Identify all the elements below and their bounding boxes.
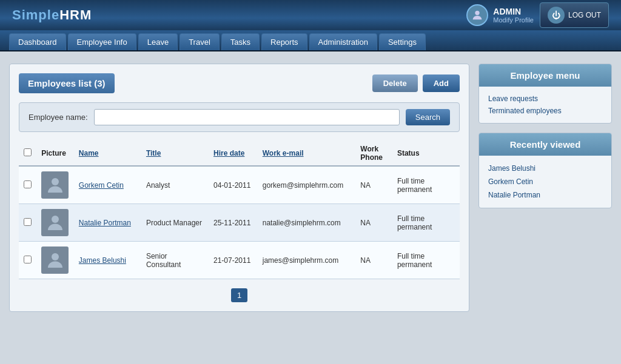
- row-checkbox-cell: [19, 242, 36, 279]
- user-icon: [471, 8, 484, 22]
- row-checkbox-1[interactable]: [24, 218, 32, 226]
- page-1-button[interactable]: 1: [231, 288, 247, 302]
- row-phone-cell: NA: [355, 204, 392, 242]
- header-right: ADMIN Modify Profile ⏻ LOG OUT: [466, 2, 609, 28]
- admin-modify-profile-link[interactable]: Modify Profile: [493, 16, 534, 24]
- row-picture-cell: [36, 166, 74, 204]
- search-input[interactable]: [94, 109, 400, 125]
- svg-point-1: [52, 178, 59, 185]
- tab-settings[interactable]: Settings: [379, 33, 426, 50]
- row-title-cell: Senior Consultant: [141, 242, 209, 279]
- row-name-cell: James Belushi: [74, 242, 141, 279]
- recently-viewed-item-2[interactable]: Natalie Portman: [488, 188, 602, 202]
- row-name-cell: Gorkem Cetin: [74, 166, 141, 204]
- employee-menu-title: Employee menu: [479, 64, 611, 87]
- row-status-cell: Full time permanent: [392, 204, 460, 242]
- col-header-title: Title: [141, 141, 209, 166]
- employee-avatar: [41, 209, 69, 236]
- select-all-checkbox[interactable]: [24, 148, 32, 156]
- row-email-cell: natalie@simplehrm.com: [258, 204, 356, 242]
- tab-dashboard[interactable]: Dashboard: [9, 33, 66, 50]
- recently-viewed-item-1[interactable]: Gorkem Cetin: [488, 175, 602, 188]
- search-button[interactable]: Search: [406, 109, 450, 125]
- leave-requests-link[interactable]: Leave requests: [488, 93, 602, 105]
- avatar: [466, 4, 488, 26]
- svg-point-0: [475, 11, 480, 15]
- recently-viewed-title: Recently viewed: [479, 133, 611, 156]
- employees-list-title: Employees list (3): [19, 73, 115, 93]
- employee-menu-content: Leave requests Terminated employees: [479, 87, 611, 123]
- row-name-cell: Natalie Portman: [74, 204, 141, 242]
- tab-leave[interactable]: Leave: [138, 33, 178, 50]
- tab-administration[interactable]: Administration: [309, 33, 377, 50]
- employees-list-panel: Employees list (3) Delete Add Employee n…: [9, 64, 469, 312]
- search-bar: Employee name: Search: [19, 102, 460, 132]
- row-checkbox-cell: [19, 204, 36, 242]
- logo: SimpleHRM: [12, 7, 92, 23]
- row-phone-cell: NA: [355, 166, 392, 204]
- row-title-cell: Product Manager: [141, 204, 209, 242]
- tab-reports[interactable]: Reports: [261, 33, 307, 50]
- col-header-hire-date: Hire date: [209, 141, 258, 166]
- terminated-employees-link[interactable]: Terminated employees: [488, 105, 602, 117]
- employee-avatar: [41, 171, 69, 199]
- employee-table: Picture Name Title Hire date Work e-mail…: [19, 141, 460, 279]
- main-content: Employees list (3) Delete Add Employee n…: [0, 51, 621, 324]
- recently-viewed-item-0[interactable]: James Belushi: [488, 162, 602, 175]
- col-header-picture: Picture: [36, 141, 74, 166]
- table-row: Natalie PortmanProduct Manager25-11-2011…: [19, 204, 460, 242]
- tab-travel[interactable]: Travel: [180, 33, 220, 50]
- employee-name-link[interactable]: James Belushi: [79, 256, 126, 265]
- col-header-status: Status: [392, 141, 460, 166]
- col-header-email: Work e-mail: [258, 141, 356, 166]
- employee-menu-box: Employee menu Leave requests Terminated …: [478, 64, 612, 124]
- row-checkbox-0[interactable]: [24, 180, 32, 188]
- recently-viewed-box: Recently viewed James Belushi Gorkem Cet…: [478, 133, 612, 208]
- recently-viewed-content: James Belushi Gorkem Cetin Natalie Portm…: [479, 156, 611, 208]
- tab-tasks[interactable]: Tasks: [221, 33, 260, 50]
- logout-icon: ⏻: [548, 7, 565, 24]
- admin-name: ADMIN: [493, 7, 534, 16]
- table-row: Gorkem CetinAnalyst04-01-2011gorkem@simp…: [19, 166, 460, 204]
- row-picture-cell: [36, 204, 74, 242]
- row-status-cell: Full time permanent: [392, 242, 460, 279]
- row-checkbox-cell: [19, 166, 36, 204]
- pagination: 1: [19, 288, 460, 302]
- person-icon: [44, 212, 66, 234]
- row-email-cell: james@simplehrm.com: [258, 242, 356, 279]
- logout-label: LOG OUT: [568, 11, 601, 19]
- row-picture-cell: [36, 242, 74, 279]
- sort-title-link[interactable]: Title: [146, 149, 161, 157]
- col-header-phone: WorkPhone: [355, 141, 392, 166]
- header: SimpleHRM ADMIN Modify Profile ⏻ LOG OUT: [0, 0, 621, 30]
- employees-header: Employees list (3) Delete Add: [19, 73, 460, 93]
- svg-point-3: [52, 253, 59, 260]
- logo-text: SimpleHRM: [12, 7, 92, 22]
- sort-hire-date-link[interactable]: Hire date: [213, 149, 244, 157]
- logout-button[interactable]: ⏻ LOG OUT: [540, 2, 609, 28]
- sort-name-link[interactable]: Name: [79, 149, 99, 157]
- navigation: Dashboard Employee Info Leave Travel Tas…: [0, 30, 621, 51]
- employee-table-body: Gorkem CetinAnalyst04-01-2011gorkem@simp…: [19, 166, 460, 279]
- row-phone-cell: NA: [355, 242, 392, 279]
- svg-point-2: [52, 216, 59, 223]
- tab-employee-info[interactable]: Employee Info: [68, 33, 136, 50]
- row-status-cell: Full time permanent: [392, 166, 460, 204]
- row-hire-date-cell: 04-01-2011: [209, 166, 258, 204]
- person-icon: [44, 250, 66, 271]
- header-buttons: Delete Add: [372, 74, 460, 92]
- row-title-cell: Analyst: [141, 166, 209, 204]
- row-checkbox-2[interactable]: [24, 256, 32, 263]
- admin-profile: ADMIN Modify Profile: [466, 4, 534, 26]
- col-header-name: Name: [74, 141, 141, 166]
- add-button[interactable]: Add: [423, 74, 460, 92]
- person-icon: [44, 174, 66, 196]
- sort-email-link[interactable]: Work e-mail: [263, 149, 304, 157]
- employee-name-link[interactable]: Natalie Portman: [79, 219, 131, 227]
- employee-name-link[interactable]: Gorkem Cetin: [79, 181, 124, 190]
- employee-avatar: [41, 247, 69, 274]
- delete-button[interactable]: Delete: [372, 74, 418, 92]
- table-row: James BelushiSenior Consultant21-07-2011…: [19, 242, 460, 279]
- admin-text: ADMIN Modify Profile: [493, 7, 534, 24]
- right-panel: Employee menu Leave requests Terminated …: [478, 64, 612, 312]
